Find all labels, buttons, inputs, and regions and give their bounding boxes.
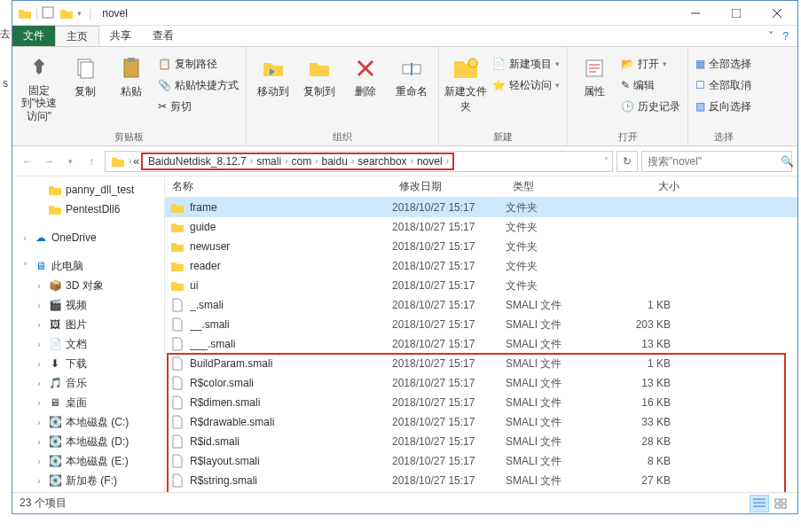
move-to-button[interactable]: 移动到 xyxy=(252,51,294,99)
maximize-button[interactable] xyxy=(716,1,757,26)
search-box[interactable]: 🔍 xyxy=(641,151,792,172)
icons-view-button[interactable] xyxy=(771,495,790,512)
open-button[interactable]: 📂打开▾ xyxy=(619,54,682,74)
tree-item[interactable]: ˅🖥此电脑 xyxy=(12,256,164,276)
file-row[interactable]: _.smali 2018/10/27 15:17 SMALI 文件 1 KB xyxy=(165,295,797,315)
delete-button[interactable]: 删除 xyxy=(344,51,387,99)
col-size[interactable]: 大小 xyxy=(605,179,690,194)
breadcrumb-item[interactable]: com xyxy=(289,155,313,168)
refresh-button[interactable]: ↻ xyxy=(616,151,638,172)
rename-button[interactable]: 重命名 xyxy=(390,51,433,99)
tab-share[interactable]: 共享 xyxy=(99,26,142,46)
details-view-button[interactable] xyxy=(750,495,769,512)
tree-item[interactable]: ›🎬视频 xyxy=(12,295,164,315)
tab-view[interactable]: 查看 xyxy=(142,26,185,46)
search-input[interactable] xyxy=(648,155,781,168)
copy-button[interactable]: 复制 xyxy=(64,51,106,99)
expand-icon[interactable]: › xyxy=(34,379,44,388)
tree-item[interactable]: ›🎵音乐 xyxy=(12,373,164,393)
col-date[interactable]: 修改日期 xyxy=(392,179,506,194)
select-all-button[interactable]: ▦全部选择 xyxy=(694,54,753,74)
tree-item[interactable]: ›📄文档 xyxy=(12,334,164,354)
recent-dropdown[interactable]: ▾ xyxy=(60,152,80,171)
chevron-right-icon[interactable]: › xyxy=(351,156,354,166)
tree-item[interactable]: ›☁OneDrive xyxy=(12,228,164,247)
expand-icon[interactable]: ˅ xyxy=(20,262,30,271)
expand-icon[interactable]: › xyxy=(34,457,44,466)
col-name[interactable]: 名称 xyxy=(165,179,392,194)
folder-open-icon[interactable] xyxy=(59,6,74,20)
select-none-button[interactable]: ☐全部取消 xyxy=(694,75,753,95)
copy-path-button[interactable]: 📋复制路径 xyxy=(156,54,240,74)
file-row[interactable]: ui 2018/10/27 15:17 文件夹 xyxy=(165,276,797,295)
chevron-right-icon[interactable]: › xyxy=(315,156,318,166)
breadcrumb-item[interactable]: smali xyxy=(255,155,283,168)
help-icon[interactable]: ? xyxy=(782,30,789,43)
paste-shortcut-button[interactable]: 📎粘贴快捷方式 xyxy=(156,75,240,95)
file-row[interactable]: R$layout.smali 2018/10/27 15:17 SMALI 文件… xyxy=(165,451,797,471)
breadcrumb-dropdown[interactable]: ˅ xyxy=(604,156,609,166)
tab-home[interactable]: 主页 xyxy=(55,26,99,46)
chevron-right-icon[interactable]: › xyxy=(446,156,449,166)
new-folder-button[interactable]: 新建文件夹 xyxy=(444,51,487,114)
breadcrumb-root[interactable] xyxy=(109,154,127,168)
file-row[interactable]: frame 2018/10/27 15:17 文件夹 xyxy=(165,198,797,217)
checkbox-icon[interactable] xyxy=(42,6,56,20)
forward-button[interactable]: → xyxy=(39,152,59,171)
breadcrumb-item[interactable]: BaiduNetdisk_8.12.7 xyxy=(146,155,248,168)
new-item-button[interactable]: 📄新建项目▾ xyxy=(491,54,561,74)
file-row[interactable]: BuildParam.smali 2018/10/27 15:17 SMALI … xyxy=(165,354,797,373)
chevron-right-icon[interactable]: › xyxy=(411,156,413,166)
invert-selection-button[interactable]: ▨反向选择 xyxy=(694,97,753,116)
properties-button[interactable]: 属性 xyxy=(573,51,616,99)
search-icon[interactable]: 🔍 xyxy=(781,155,794,168)
column-headers[interactable]: 名称 修改日期 类型 大小 xyxy=(165,176,797,198)
cut-button[interactable]: ✂剪切 xyxy=(156,97,240,116)
file-row[interactable]: R$id.smali 2018/10/27 15:17 SMALI 文件 28 … xyxy=(165,432,797,451)
back-button[interactable]: ← xyxy=(18,152,37,171)
breadcrumb-ellipsis[interactable]: « xyxy=(133,155,139,168)
easy-access-button[interactable]: ⭐轻松访问▾ xyxy=(491,75,561,95)
file-row[interactable]: R.smali 2018/10/27 15:17 SMALI 文件 1 KB xyxy=(165,490,797,492)
chevron-right-icon[interactable]: › xyxy=(250,156,253,166)
edit-button[interactable]: ✎编辑 xyxy=(619,75,682,95)
expand-icon[interactable]: › xyxy=(34,418,44,427)
breadcrumb-item[interactable]: novel xyxy=(415,155,444,168)
copy-to-button[interactable]: 复制到 xyxy=(298,51,341,99)
expand-icon[interactable]: › xyxy=(34,476,44,486)
expand-icon[interactable]: › xyxy=(34,398,44,408)
file-row[interactable]: newuser 2018/10/27 15:17 文件夹 xyxy=(165,237,797,256)
expand-icon[interactable]: › xyxy=(34,437,44,447)
col-type[interactable]: 类型 xyxy=(506,179,605,194)
expand-icon[interactable]: › xyxy=(34,301,44,310)
file-row[interactable]: R$drawable.smali 2018/10/27 15:17 SMALI … xyxy=(165,412,797,432)
tree-item[interactable]: PentestDll6 xyxy=(12,200,164,219)
expand-icon[interactable]: › xyxy=(34,320,44,330)
ribbon-collapse-icon[interactable]: ˅ xyxy=(768,30,774,43)
expand-icon[interactable]: › xyxy=(20,233,30,243)
expand-icon[interactable]: › xyxy=(34,359,44,369)
history-button[interactable]: 🕒历史记录 xyxy=(619,97,682,116)
minimize-button[interactable] xyxy=(675,1,716,26)
tree-item[interactable]: ›📦3D 对象 xyxy=(12,276,164,295)
qat-dropdown[interactable]: ▾ xyxy=(77,9,82,18)
file-row[interactable]: ___.smali 2018/10/27 15:17 SMALI 文件 13 K… xyxy=(165,334,797,354)
chevron-right-icon[interactable]: › xyxy=(285,156,287,166)
tree-item[interactable]: panny_dll_test xyxy=(12,180,164,200)
tree-item[interactable]: ›🖥桌面 xyxy=(12,393,164,412)
breadcrumb-item[interactable]: searchbox xyxy=(356,155,408,168)
expand-icon[interactable]: › xyxy=(34,340,44,349)
tree-item[interactable]: ›⬇下载 xyxy=(12,354,164,373)
tree-item[interactable]: ›💽本地磁盘 (D:) xyxy=(12,432,164,451)
paste-button[interactable]: 粘贴 xyxy=(110,51,153,99)
file-row[interactable]: R$dimen.smali 2018/10/27 15:17 SMALI 文件 … xyxy=(165,393,797,412)
tree-item[interactable]: ›🖼图片 xyxy=(12,315,164,334)
breadcrumb[interactable]: › « BaiduNetdisk_8.12.7›smali›com›baidu›… xyxy=(105,151,613,172)
pin-button[interactable]: 固定到"快速访问" xyxy=(18,51,60,122)
chevron-right-icon[interactable]: › xyxy=(129,156,131,166)
tree-item[interactable]: ›💽本地磁盘 (E:) xyxy=(12,451,164,471)
close-button[interactable] xyxy=(757,1,797,26)
file-row[interactable]: guide 2018/10/27 15:17 文件夹 xyxy=(165,217,797,237)
file-row[interactable]: reader 2018/10/27 15:17 文件夹 xyxy=(165,256,797,276)
expand-icon[interactable]: › xyxy=(34,281,44,291)
